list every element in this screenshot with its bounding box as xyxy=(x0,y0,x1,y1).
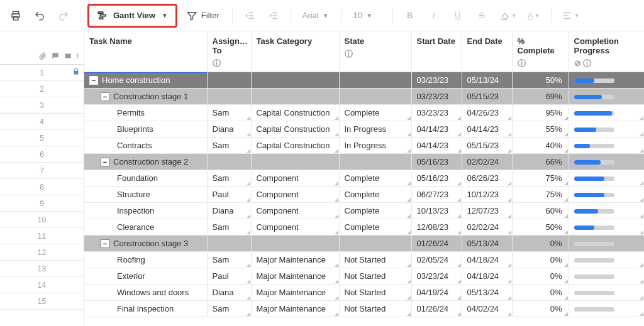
cell-end[interactable]: 06/26/23 xyxy=(462,170,512,187)
cell-assign[interactable]: Sam xyxy=(207,170,251,187)
cell-task-name[interactable]: Clearance xyxy=(84,219,207,236)
cell-start[interactable]: 01/26/24 xyxy=(411,236,462,252)
col-assign-to[interactable]: Assign… Toⓘ xyxy=(207,31,251,72)
cell-task-name[interactable]: Windows and doors xyxy=(84,285,207,301)
cell-start[interactable]: 02/05/24 xyxy=(411,252,462,268)
cell-state[interactable]: Not Started xyxy=(339,252,411,268)
table-row[interactable]: RoofingSamMajor MaintenanceNot Started02… xyxy=(84,252,644,268)
cell-pct[interactable]: 0% xyxy=(512,268,569,285)
cell-state[interactable]: Complete xyxy=(339,203,411,219)
cell-end[interactable]: 05/13/24 xyxy=(462,72,512,89)
cell-pct[interactable]: 75% xyxy=(512,187,569,203)
cell-assign[interactable]: Sam xyxy=(207,138,251,154)
cell-pct[interactable]: 50% xyxy=(512,72,569,89)
col-task-category[interactable]: Task Category xyxy=(251,31,339,72)
row-number[interactable]: 8 xyxy=(0,179,84,195)
cell-end[interactable]: 04/02/24 xyxy=(462,301,512,317)
cell-progress[interactable] xyxy=(569,219,644,236)
cell-category[interactable] xyxy=(251,236,339,252)
cell-progress[interactable] xyxy=(569,89,644,105)
cell-assign[interactable] xyxy=(207,236,251,252)
row-number[interactable]: 4 xyxy=(0,114,84,130)
undo-button[interactable] xyxy=(29,5,50,26)
col-end-date[interactable]: End Date xyxy=(462,31,512,72)
cell-assign[interactable] xyxy=(207,154,251,170)
row-number[interactable]: 10 xyxy=(0,212,84,228)
cell-pct[interactable]: 60% xyxy=(512,203,569,219)
fill-color-button[interactable]: ▼ xyxy=(495,5,521,26)
outdent-button[interactable] xyxy=(239,5,260,26)
cell-category[interactable]: Capital Construction xyxy=(251,105,339,121)
font-size-dropdown[interactable]: 10 ▼ xyxy=(348,5,386,26)
cell-state[interactable]: Complete xyxy=(339,219,411,236)
cell-task-name[interactable]: Permits xyxy=(84,105,207,121)
print-button[interactable] xyxy=(5,5,26,26)
cell-task-name[interactable]: −Home construction xyxy=(84,72,207,89)
cell-task-name[interactable]: Contracts xyxy=(84,138,207,154)
cell-category[interactable]: Major Maintenance xyxy=(251,252,339,268)
cell-pct[interactable]: 0% xyxy=(512,301,569,317)
table-row[interactable]: ClearanceSamComponentComplete12/08/2302/… xyxy=(84,219,644,236)
collapse-toggle[interactable]: − xyxy=(101,239,109,248)
cell-progress[interactable] xyxy=(569,301,644,317)
cell-start[interactable]: 03/23/24 xyxy=(411,268,462,285)
cell-progress[interactable] xyxy=(569,154,644,170)
cell-state[interactable]: Not Started xyxy=(339,268,411,285)
cell-state[interactable] xyxy=(339,89,411,105)
cell-task-name[interactable]: Final inspection xyxy=(84,301,207,317)
cell-pct[interactable]: 0% xyxy=(512,285,569,301)
cell-start[interactable]: 03/23/23 xyxy=(411,72,462,89)
cell-pct[interactable]: 0% xyxy=(512,252,569,268)
table-row[interactable]: BlueprintsDianaCapital ConstructionIn Pr… xyxy=(84,121,644,138)
cell-task-name[interactable]: Exterior xyxy=(84,268,207,285)
table-row[interactable]: −Construction stage 103/23/2305/15/2369% xyxy=(84,89,644,105)
cell-end[interactable]: 10/12/23 xyxy=(462,187,512,203)
cell-state[interactable]: In Progress xyxy=(339,121,411,138)
row-number[interactable]: 14 xyxy=(0,277,84,293)
row-number[interactable]: 5 xyxy=(0,130,84,146)
cell-category[interactable] xyxy=(251,89,339,105)
cell-task-name[interactable]: Inspection xyxy=(84,203,207,219)
cell-category[interactable]: Component xyxy=(251,219,339,236)
cell-assign[interactable] xyxy=(207,89,251,105)
cell-assign[interactable]: Diana xyxy=(207,203,251,219)
col-start-date[interactable]: Start Date xyxy=(411,31,462,72)
cell-state[interactable] xyxy=(339,154,411,170)
cell-progress[interactable] xyxy=(569,138,644,154)
cell-category[interactable]: Capital Construction xyxy=(251,138,339,154)
cell-start[interactable]: 04/19/24 xyxy=(411,285,462,301)
cell-pct[interactable]: 69% xyxy=(512,89,569,105)
row-number[interactable]: 3 xyxy=(0,97,84,114)
cell-progress[interactable] xyxy=(569,170,644,187)
font-family-dropdown[interactable]: Arial ▼ xyxy=(297,5,335,26)
table-row[interactable]: −Home construction03/23/2305/13/2450% xyxy=(84,72,644,89)
table-row[interactable]: StructurePaulComponentComplete06/27/2310… xyxy=(84,187,644,203)
cell-end[interactable]: 05/15/23 xyxy=(462,138,512,154)
cell-start[interactable]: 10/13/23 xyxy=(411,203,462,219)
cell-start[interactable]: 01/26/24 xyxy=(411,301,462,317)
cell-start[interactable]: 04/14/23 xyxy=(411,121,462,138)
cell-task-name[interactable]: −Construction stage 3 xyxy=(84,236,207,252)
table-row[interactable]: Windows and doorsDianaMajor MaintenanceN… xyxy=(84,285,644,301)
cell-end[interactable]: 05/15/23 xyxy=(462,89,512,105)
cell-category[interactable]: Capital Construction xyxy=(251,121,339,138)
collapse-toggle[interactable]: − xyxy=(89,76,98,85)
cell-pct[interactable]: 40% xyxy=(512,138,569,154)
cell-end[interactable]: 05/13/24 xyxy=(462,236,512,252)
col-task-name[interactable]: Task Name xyxy=(84,31,207,72)
cell-end[interactable]: 04/26/23 xyxy=(462,105,512,121)
cell-progress[interactable] xyxy=(569,236,644,252)
cell-end[interactable]: 05/13/24 xyxy=(462,285,512,301)
cell-pct[interactable]: 50% xyxy=(512,219,569,236)
row-number[interactable]: 15 xyxy=(0,293,84,310)
cell-pct[interactable]: 95% xyxy=(512,105,569,121)
table-row[interactable]: −Construction stage 301/26/2405/13/240% xyxy=(84,236,644,252)
cell-start[interactable]: 03/23/23 xyxy=(411,89,462,105)
collapse-toggle[interactable]: − xyxy=(101,92,109,101)
cell-start[interactable]: 03/23/23 xyxy=(411,105,462,121)
cell-task-name[interactable]: −Construction stage 1 xyxy=(84,89,207,105)
row-number[interactable]: 13 xyxy=(0,261,84,277)
cell-state[interactable]: Complete xyxy=(339,170,411,187)
cell-category[interactable]: Component xyxy=(251,203,339,219)
cell-state[interactable]: Complete xyxy=(339,187,411,203)
